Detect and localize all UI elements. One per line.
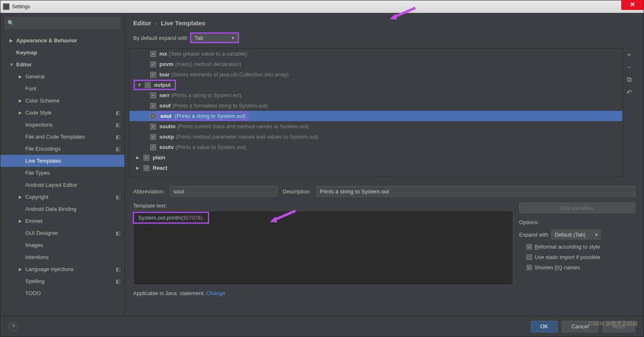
- sidebar-item-code-style[interactable]: ▶Code Style◧: [0, 107, 124, 119]
- template-row-soutv[interactable]: soutv (Prints a value to System.out): [129, 142, 622, 152]
- scope-icon: ◧: [116, 134, 120, 140]
- template-row-soutm[interactable]: soutm (Prints current class and method n…: [129, 121, 622, 132]
- scope-icon: ◧: [116, 230, 120, 236]
- expand-label: By default expand with: [133, 35, 188, 41]
- close-button[interactable]: ✕: [621, 0, 644, 10]
- copy-icon[interactable]: ⧉: [625, 76, 633, 84]
- search-icon: 🔍: [7, 20, 14, 26]
- sidebar-item-live-templates[interactable]: Live Templates: [0, 155, 124, 167]
- help-button[interactable]: ?: [9, 322, 18, 331]
- applicable-context: Applicable in Java: statement. Change: [125, 288, 644, 300]
- scope-icon: ◧: [116, 110, 120, 116]
- template-row-output[interactable]: ▼output: [129, 80, 622, 90]
- template-row-plain[interactable]: ▶plain: [129, 152, 622, 163]
- template-row-React[interactable]: ▶React: [129, 163, 622, 173]
- shorten-fq-checkbox[interactable]: [527, 265, 532, 270]
- template-toolbar: ＋ － ⧉ ↶: [623, 48, 635, 177]
- template-checkbox[interactable]: [150, 144, 156, 150]
- template-row-serr[interactable]: serr (Prints a string to System.err): [129, 90, 622, 100]
- sidebar-item-images[interactable]: Images: [0, 239, 124, 251]
- sidebar-item-intentions[interactable]: Intentions: [0, 251, 124, 263]
- scope-icon: ◧: [116, 278, 120, 284]
- dialog-footer: ? OK Cancel Apply: [0, 316, 644, 337]
- template-text-label: Template text:: [133, 203, 513, 209]
- template-row-mx[interactable]: mx (Sets greater value to a variable): [129, 49, 622, 59]
- scope-icon: ◧: [116, 194, 120, 200]
- sidebar: 🔍 ▶Appearance & BehaviorKeymap▼Editor▶Ge…: [0, 13, 125, 316]
- template-checkbox[interactable]: [150, 93, 156, 98]
- sidebar-item-file-types[interactable]: File Types: [0, 167, 124, 179]
- splitter-grip[interactable]: ⋯⋯: [125, 177, 644, 182]
- sidebar-item-language-injections[interactable]: ▶Language Injections◧: [0, 263, 124, 275]
- sidebar-item-file-encodings[interactable]: File Encodings◧: [0, 143, 124, 155]
- template-checkbox[interactable]: [150, 103, 156, 109]
- app-icon: [3, 3, 10, 10]
- reformat-checkbox[interactable]: [527, 244, 532, 249]
- sidebar-item-editor[interactable]: ▼Editor: [0, 59, 124, 71]
- ok-button[interactable]: OK: [531, 321, 558, 332]
- sidebar-item-android-data-binding[interactable]: Android Data Binding: [0, 203, 124, 215]
- edit-variables-button[interactable]: Edit variables: [519, 203, 635, 213]
- scope-icon: ◧: [116, 146, 120, 152]
- template-row-sout[interactable]: sout (Prints a string to System.out): [129, 111, 622, 121]
- template-checkbox[interactable]: [144, 165, 149, 171]
- sidebar-item-general[interactable]: ▶General: [0, 71, 124, 83]
- template-row-souf[interactable]: souf (Prints a formatted string to Syste…: [129, 100, 622, 111]
- options-title: Options: [519, 219, 635, 225]
- template-checkbox[interactable]: [150, 124, 156, 129]
- titlebar: Settings ✕: [0, 0, 644, 13]
- breadcrumb-1[interactable]: Editor: [133, 20, 151, 27]
- sidebar-item-gui-designer[interactable]: GUI Designer◧: [0, 227, 124, 239]
- svg-marker-1: [270, 217, 277, 222]
- template-checkbox[interactable]: [150, 113, 156, 119]
- template-checkbox[interactable]: [150, 134, 156, 140]
- static-import-checkbox[interactable]: [527, 254, 532, 260]
- expand-with-dropdown[interactable]: Tab: [190, 32, 239, 43]
- desc-label: Description:: [283, 188, 311, 195]
- template-checkbox[interactable]: [150, 61, 156, 67]
- search-input[interactable]: 🔍: [5, 17, 120, 29]
- expand-with-option-dropdown[interactable]: Default (Tab): [551, 230, 601, 239]
- main-panel: Editor › Live Templates By default expan…: [125, 13, 644, 316]
- sidebar-item-emmet[interactable]: ▶Emmet: [0, 215, 124, 227]
- template-checkbox[interactable]: [145, 82, 151, 88]
- template-text-editor[interactable]: System.out.println($END$);: [133, 210, 513, 285]
- add-icon[interactable]: ＋: [625, 51, 633, 59]
- breadcrumb-2: Live Templates: [161, 20, 205, 27]
- sidebar-item-todo[interactable]: TODO: [0, 287, 124, 299]
- sidebar-item-color-scheme[interactable]: ▶Color Scheme: [0, 95, 124, 107]
- revert-icon[interactable]: ↶: [625, 88, 633, 96]
- template-checkbox[interactable]: [150, 51, 156, 57]
- change-context-link[interactable]: Change: [206, 290, 225, 296]
- template-row-toar[interactable]: toar (Stores elements of java.util.Colle…: [129, 69, 622, 80]
- template-row-soutp[interactable]: soutp (Prints method parameter names and…: [129, 132, 622, 142]
- sidebar-item-inspections[interactable]: Inspections◧: [0, 119, 124, 131]
- window-title: Settings: [12, 4, 30, 10]
- sidebar-item-appearance-behavior[interactable]: ▶Appearance & Behavior: [0, 34, 124, 46]
- scope-icon: ◧: [116, 266, 120, 272]
- watermark: CSDN @程序员娟娟: [588, 320, 638, 327]
- template-checkbox[interactable]: [144, 155, 149, 161]
- template-checkbox[interactable]: [150, 72, 156, 78]
- breadcrumb: Editor › Live Templates: [125, 13, 644, 30]
- sidebar-item-android-layout-editor[interactable]: Android Layout Editor: [0, 179, 124, 191]
- sidebar-item-spelling[interactable]: Spelling◧: [0, 275, 124, 287]
- abbrev-label: Abbreviation:: [133, 188, 165, 195]
- sidebar-item-copyright[interactable]: ▶Copyright◧: [0, 191, 124, 203]
- template-row-psvm[interactable]: psvm (main() method declaration): [129, 59, 622, 69]
- annotation-arrow-2: [266, 208, 300, 226]
- sidebar-item-file-and-code-templates[interactable]: File and Code Templates◧: [0, 131, 124, 143]
- expand-with-label: Expand with: [519, 232, 549, 238]
- template-tree[interactable]: mx (Sets greater value to a variable)psv…: [129, 48, 623, 177]
- sidebar-item-font[interactable]: Font: [0, 83, 124, 95]
- description-input[interactable]: [316, 186, 635, 197]
- settings-tree[interactable]: ▶Appearance & BehaviorKeymap▼Editor▶Gene…: [0, 33, 124, 316]
- sidebar-item-keymap[interactable]: Keymap: [0, 46, 124, 59]
- scope-icon: ◧: [116, 122, 120, 128]
- remove-icon[interactable]: －: [625, 63, 633, 71]
- abbreviation-input[interactable]: [170, 186, 278, 197]
